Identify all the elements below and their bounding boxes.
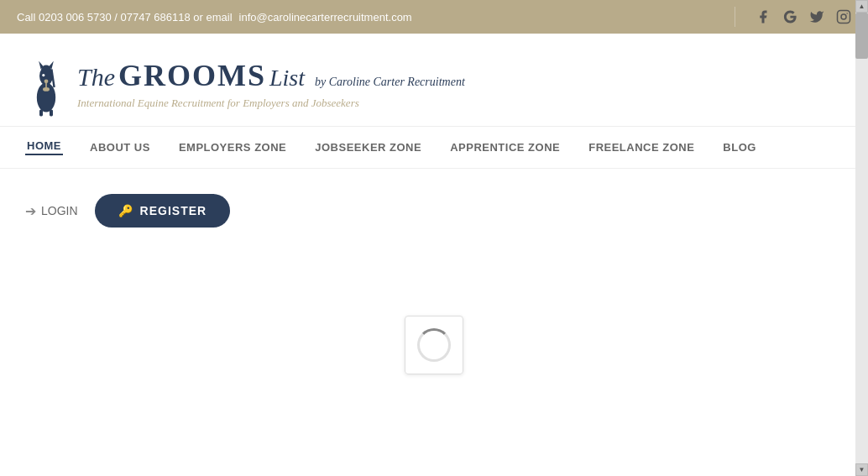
- register-button[interactable]: 🔑 REGISTER: [95, 194, 231, 228]
- logo-the: The: [77, 63, 115, 92]
- facebook-icon[interactable]: [756, 9, 771, 24]
- register-label: REGISTER: [140, 204, 207, 217]
- scrollbar-arrow-up[interactable]: ▲: [855, 0, 868, 13]
- site-header: The GROOMS List by Caroline Carter Recru…: [0, 34, 868, 127]
- logo-list: List: [269, 65, 305, 92]
- nav-item-home[interactable]: HOME: [25, 139, 63, 155]
- contact-text: Call 0203 006 5730 / 07747 686118 or ema…: [17, 11, 233, 24]
- nav-item-jobseeker[interactable]: JOBSEEKER ZONE: [313, 141, 423, 154]
- svg-point-1: [841, 14, 846, 19]
- logo-container: The GROOMS List by Caroline Carter Recru…: [25, 50, 465, 118]
- contact-email[interactable]: info@carolinecarterrecruitment.com: [239, 11, 412, 24]
- scrollbar-thumb[interactable]: [855, 13, 868, 59]
- nav-item-employers[interactable]: EMPLOYERS ZONE: [177, 141, 288, 154]
- loading-spinner: [417, 328, 451, 362]
- top-bar: Call 0203 006 5730 / 07747 686118 or ema…: [0, 0, 868, 34]
- logo-title-line: The GROOMS List by Caroline Carter Recru…: [77, 58, 465, 93]
- scrollbar[interactable]: ▲ ▼: [855, 0, 868, 437]
- google-icon[interactable]: [782, 9, 797, 24]
- svg-rect-0: [838, 11, 850, 24]
- svg-rect-11: [50, 109, 53, 116]
- nav-item-blog[interactable]: BLOG: [721, 141, 758, 154]
- nav-item-about[interactable]: ABOUT US: [88, 141, 152, 154]
- logo-text: The GROOMS List by Caroline Carter Recru…: [77, 58, 465, 110]
- scrollbar-track[interactable]: [855, 13, 868, 437]
- auth-area: ➔ LOGIN 🔑 REGISTER: [0, 169, 868, 253]
- svg-rect-10: [39, 109, 43, 116]
- page-wrapper: Call 0203 006 5730 / 07747 686118 or ema…: [0, 0, 868, 437]
- svg-line-9: [51, 69, 54, 87]
- login-arrow-icon: ➔: [25, 203, 36, 219]
- logo-byline: by Caroline Carter Recruitment: [315, 76, 465, 89]
- twitter-icon[interactable]: [809, 9, 824, 24]
- key-icon: 🔑: [118, 204, 133, 217]
- login-label: LOGIN: [41, 204, 78, 217]
- nav-item-apprentice[interactable]: APPRENTICE ZONE: [448, 141, 562, 154]
- logo-tagline: International Equine Recruitment for Emp…: [77, 97, 465, 110]
- divider: [735, 7, 735, 27]
- login-button[interactable]: ➔ LOGIN: [25, 203, 78, 219]
- svg-point-8: [42, 74, 44, 76]
- nav-item-freelance[interactable]: FREELANCE ZONE: [587, 141, 696, 154]
- contact-info: Call 0203 006 5730 / 07747 686118 or ema…: [17, 11, 412, 24]
- logo-grooms: GROOMS: [118, 58, 266, 93]
- svg-point-2: [846, 13, 848, 14]
- main-nav: HOME ABOUT US EMPLOYERS ZONE JOBSEEKER Z…: [0, 127, 868, 169]
- main-content: [0, 253, 868, 437]
- instagram-icon[interactable]: [836, 9, 851, 24]
- loading-spinner-box: [405, 316, 463, 374]
- horse-logo-icon: [25, 50, 67, 118]
- social-icons-group: [726, 7, 851, 27]
- svg-point-14: [44, 79, 49, 83]
